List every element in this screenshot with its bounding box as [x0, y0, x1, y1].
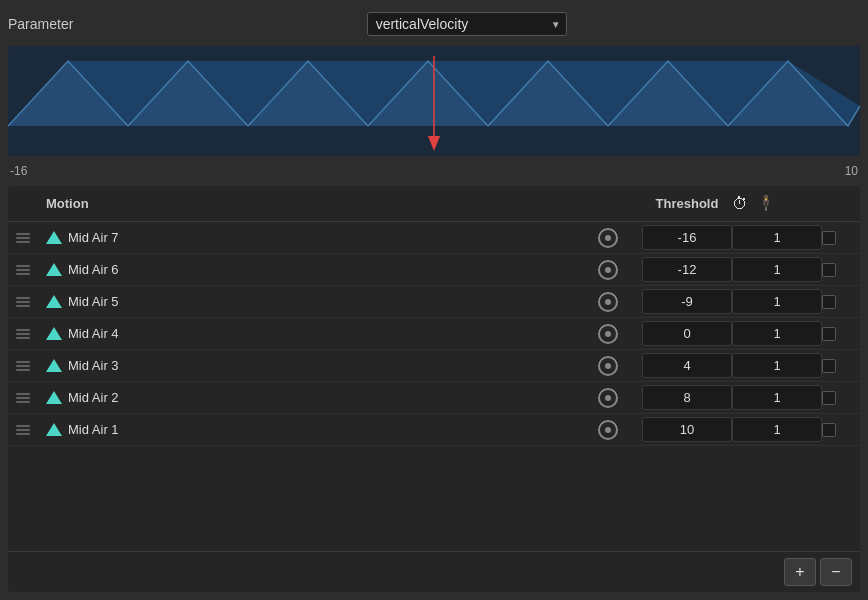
threshold-value: 10	[642, 417, 732, 442]
threshold-value: -12	[642, 257, 732, 282]
table-row: Mid Air 4 0 1	[8, 318, 860, 350]
motion-icon	[46, 327, 62, 340]
parameter-dropdown-wrapper[interactable]: verticalVelocity ▼	[367, 12, 567, 36]
value-field: 1	[732, 385, 822, 410]
row-checkbox[interactable]	[822, 231, 836, 245]
table-header: Motion Threshold ⏱ 🕴	[8, 186, 860, 222]
motion-icon	[46, 359, 62, 372]
row-checkbox[interactable]	[822, 295, 836, 309]
table-footer: + −	[8, 551, 860, 592]
axis-max-label: 10	[845, 164, 858, 178]
drag-handle[interactable]	[16, 233, 46, 243]
row-checkbox[interactable]	[822, 423, 836, 437]
axis-labels: -16 10	[8, 162, 860, 180]
motion-cell: Mid Air 4	[46, 326, 598, 341]
motion-icon	[46, 423, 62, 436]
value-field: 1	[732, 289, 822, 314]
motion-icon	[46, 391, 62, 404]
clock-icon: ⏱	[732, 195, 748, 213]
threshold-value: -16	[642, 225, 732, 250]
row-checkbox[interactable]	[822, 327, 836, 341]
motion-name: Mid Air 4	[68, 326, 119, 341]
motion-cell: Mid Air 6	[46, 262, 598, 277]
table-row: Mid Air 5 -9 1	[8, 286, 860, 318]
motion-cell: Mid Air 1	[46, 422, 598, 437]
motion-icon	[46, 295, 62, 308]
motion-name: Mid Air 7	[68, 230, 119, 245]
table-body: Mid Air 7 -16 1 Mid Air 6 -12 1	[8, 222, 860, 551]
remove-button[interactable]: −	[820, 558, 852, 586]
drag-handle[interactable]	[16, 361, 46, 371]
drag-handle[interactable]	[16, 265, 46, 275]
header-right: verticalVelocity ▼	[73, 12, 860, 36]
table-row: Mid Air 6 -12 1	[8, 254, 860, 286]
col-icons-header: ⏱ 🕴	[732, 194, 822, 213]
header-bar: Parameter verticalVelocity ▼	[8, 8, 860, 40]
motion-cell: Mid Air 2	[46, 390, 598, 405]
motion-icon	[46, 263, 62, 276]
col-threshold-header: Threshold	[642, 196, 732, 211]
target-icon[interactable]	[598, 356, 618, 376]
threshold-value: 8	[642, 385, 732, 410]
person-icon: 🕴	[756, 194, 776, 213]
motion-name: Mid Air 2	[68, 390, 119, 405]
motion-cell: Mid Air 5	[46, 294, 598, 309]
table-container: Motion Threshold ⏱ 🕴 Mid Air 7 -16 1	[8, 186, 860, 592]
target-icon[interactable]	[598, 228, 618, 248]
target-icon[interactable]	[598, 388, 618, 408]
drag-handle[interactable]	[16, 425, 46, 435]
value-field: 1	[732, 321, 822, 346]
motion-name: Mid Air 5	[68, 294, 119, 309]
threshold-value: 0	[642, 321, 732, 346]
table-row: Mid Air 2 8 1	[8, 382, 860, 414]
drag-handle[interactable]	[16, 329, 46, 339]
motion-name: Mid Air 3	[68, 358, 119, 373]
row-checkbox[interactable]	[822, 359, 836, 373]
motion-icon	[46, 231, 62, 244]
axis-min-label: -16	[10, 164, 27, 178]
motion-name: Mid Air 1	[68, 422, 119, 437]
value-field: 1	[732, 257, 822, 282]
col-motion-header: Motion	[46, 196, 598, 211]
row-checkbox[interactable]	[822, 391, 836, 405]
motion-cell: Mid Air 7	[46, 230, 598, 245]
value-field: 1	[732, 353, 822, 378]
target-icon[interactable]	[598, 420, 618, 440]
motion-name: Mid Air 6	[68, 262, 119, 277]
drag-handle[interactable]	[16, 393, 46, 403]
drag-handle[interactable]	[16, 297, 46, 307]
target-icon[interactable]	[598, 260, 618, 280]
viz-area	[8, 46, 860, 156]
table-row: Mid Air 1 10 1	[8, 414, 860, 446]
value-field: 1	[732, 225, 822, 250]
parameter-label: Parameter	[8, 16, 73, 32]
add-button[interactable]: +	[784, 558, 816, 586]
row-checkbox[interactable]	[822, 263, 836, 277]
table-row: Mid Air 7 -16 1	[8, 222, 860, 254]
motion-cell: Mid Air 3	[46, 358, 598, 373]
value-field: 1	[732, 417, 822, 442]
target-icon[interactable]	[598, 292, 618, 312]
threshold-value: 4	[642, 353, 732, 378]
target-icon[interactable]	[598, 324, 618, 344]
parameter-dropdown[interactable]: verticalVelocity	[367, 12, 567, 36]
threshold-value: -9	[642, 289, 732, 314]
viz-chart	[8, 46, 860, 156]
table-row: Mid Air 3 4 1	[8, 350, 860, 382]
app-container: Parameter verticalVelocity ▼	[0, 0, 868, 600]
